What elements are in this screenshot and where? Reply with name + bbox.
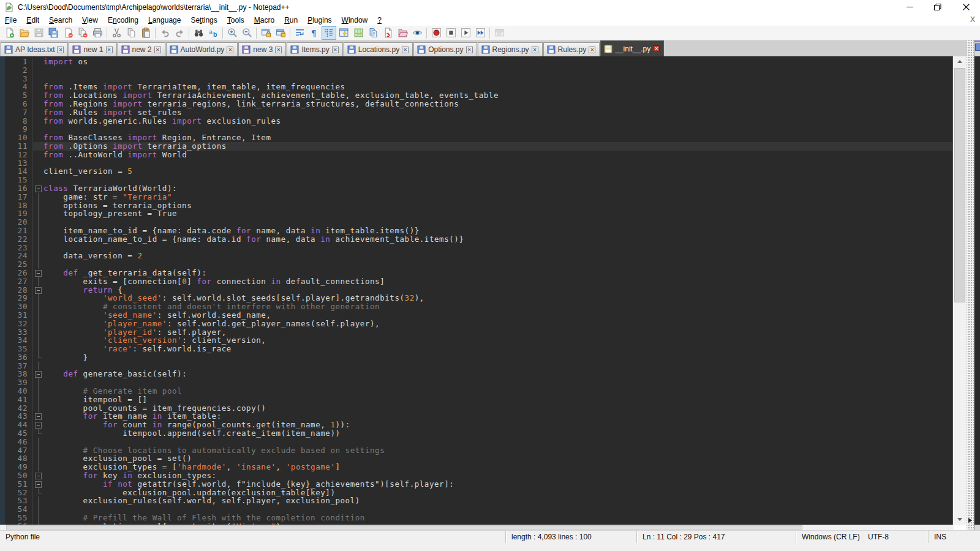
code-text[interactable]: pool_counts = item_frequencies.copy() xyxy=(43,404,952,413)
code-text[interactable] xyxy=(43,260,952,269)
tab-new-1[interactable]: new 1✕ xyxy=(69,42,116,56)
code-text[interactable]: exclusion_types = ['hardmode', 'insane',… xyxy=(43,463,952,471)
code-text[interactable] xyxy=(43,218,952,227)
word-wrap-icon[interactable] xyxy=(292,26,307,40)
menu-item-tools[interactable]: Tools xyxy=(222,15,249,26)
code-text[interactable]: for key in exclusion_types: xyxy=(43,471,952,480)
code-text[interactable]: from .Locations import TerrariaAchieveme… xyxy=(43,91,952,100)
code-text[interactable]: from .Items import TerrariaItem, item_ta… xyxy=(43,83,952,91)
macro-stop-icon[interactable] xyxy=(443,26,458,40)
open-file-icon[interactable] xyxy=(17,26,31,40)
status-insert-mode[interactable]: INS xyxy=(929,531,980,543)
maximize-button[interactable] xyxy=(924,0,952,14)
tab-new-2[interactable]: new 2✕ xyxy=(118,42,165,56)
code-text[interactable]: itempool.append(self.create_item(item_na… xyxy=(43,429,952,438)
paste-icon[interactable] xyxy=(138,26,153,40)
menu-item-settings[interactable]: Settings xyxy=(186,15,222,26)
code-area[interactable]: 1import os234from .Items import Terraria… xyxy=(5,58,952,525)
cut-icon[interactable] xyxy=(109,26,124,40)
sync-horizontal-scroll-icon[interactable] xyxy=(273,26,288,40)
find-icon[interactable] xyxy=(191,26,206,40)
code-text[interactable]: } xyxy=(43,353,952,362)
fold-collapse-icon[interactable] xyxy=(33,480,43,489)
tab-autoworld-py[interactable]: AutoWorld.py✕ xyxy=(166,42,238,56)
menu-item-edit[interactable]: Edit xyxy=(21,15,44,26)
code-text[interactable]: return { xyxy=(43,286,952,294)
tab-close-icon[interactable]: ✕ xyxy=(653,45,660,52)
tab-close-icon[interactable]: ✕ xyxy=(589,47,595,53)
code-text[interactable] xyxy=(43,378,952,387)
close-all-icon[interactable] xyxy=(75,26,90,40)
macro-record-icon[interactable] xyxy=(429,26,443,40)
code-text[interactable]: exclusion_rules(self.world, self.player,… xyxy=(43,497,952,505)
fold-collapse-icon[interactable] xyxy=(33,471,43,480)
menu-item-search[interactable]: Search xyxy=(44,15,77,26)
save-file-icon[interactable] xyxy=(31,26,46,40)
splitter-arrow-icon[interactable] xyxy=(968,518,972,523)
tab-close-icon[interactable]: ✕ xyxy=(57,47,64,53)
menu-item-view[interactable]: View xyxy=(77,15,103,26)
status-encoding[interactable]: UTF-8 xyxy=(862,531,929,543)
code-text[interactable]: for item_name in item_table: xyxy=(43,412,952,421)
vertical-scrollbar[interactable] xyxy=(954,56,966,525)
code-text[interactable]: # Prefill the Wall of Flesh with the com… xyxy=(43,514,952,522)
folder-as-workspace-icon[interactable] xyxy=(395,26,410,40)
code-text[interactable]: class TerrariaWorld(World): xyxy=(43,184,952,193)
tab-ap-ideas-txt[interactable]: AP Ideas.txt✕ xyxy=(1,42,68,56)
undo-icon[interactable] xyxy=(157,26,172,40)
menu-item-plugins[interactable]: Plugins xyxy=(303,15,336,26)
redo-icon[interactable] xyxy=(172,26,187,40)
tab-options-py[interactable]: Options.py✕ xyxy=(413,42,477,56)
minimize-button[interactable] xyxy=(895,0,924,14)
code-text[interactable] xyxy=(43,125,952,133)
code-text[interactable]: from worlds.generic.Rules import exclusi… xyxy=(43,117,952,126)
fold-collapse-icon[interactable] xyxy=(33,412,43,421)
code-text[interactable]: item_name_to_id = {name: data.code for n… xyxy=(43,227,952,235)
code-text[interactable]: client_version = 5 xyxy=(43,167,952,176)
document-list-icon[interactable] xyxy=(366,26,380,40)
menu-item-item[interactable]: ? xyxy=(372,15,386,26)
code-text[interactable]: exclusion_pool.update(exclusion_table[ke… xyxy=(43,489,952,497)
macro-save-icon[interactable] xyxy=(492,26,507,40)
code-text[interactable] xyxy=(43,176,952,184)
code-text[interactable]: def generate_basic(self): xyxy=(43,370,952,378)
menu-item-file[interactable]: File xyxy=(0,15,21,26)
code-text[interactable]: 'seed_name': self.world.seed_name, xyxy=(43,311,952,320)
tab-close-icon[interactable]: ✕ xyxy=(275,47,282,53)
code-text[interactable] xyxy=(43,66,952,75)
tab-close-icon[interactable]: ✕ xyxy=(106,47,113,53)
sync-vertical-scroll-icon[interactable] xyxy=(258,26,273,40)
menu-item-language[interactable]: Language xyxy=(143,15,186,26)
code-text[interactable]: 'world_seed': self.world.slot_seeds[self… xyxy=(43,294,952,302)
vertical-scrollbar-thumb[interactable] xyxy=(954,68,965,302)
scroll-down-icon[interactable] xyxy=(954,514,966,525)
code-text[interactable]: from ..AutoWorld import World xyxy=(43,151,952,159)
status-eol-format[interactable]: Windows (CR LF) xyxy=(796,531,862,543)
macro-play-icon[interactable] xyxy=(458,26,473,40)
zoom-out-icon[interactable] xyxy=(239,26,254,40)
code-text[interactable] xyxy=(43,362,952,370)
code-text[interactable]: # consistent and doesn't interfere with … xyxy=(43,302,952,311)
code-text[interactable]: import os xyxy=(43,58,952,66)
tab-locations-py[interactable]: Locations.py✕ xyxy=(344,42,413,56)
code-text[interactable]: game: str = "Terraria" xyxy=(43,193,952,201)
zoom-in-icon[interactable] xyxy=(225,26,239,40)
code-text[interactable] xyxy=(43,244,952,252)
code-editor[interactable]: 1import os234from .Items import Terraria… xyxy=(0,56,953,525)
horizontal-scrollbar-thumb[interactable] xyxy=(6,525,802,530)
print-icon[interactable] xyxy=(90,26,105,40)
tab-init-py[interactable]: __init__.py✕ xyxy=(600,40,664,56)
code-text[interactable]: exclusion_pool = set() xyxy=(43,454,952,463)
menu-item-macro[interactable]: Macro xyxy=(249,15,279,26)
code-text[interactable]: 'player_id': self.player, xyxy=(43,328,952,337)
code-text[interactable]: if not getattr(self.world, f"include_{ke… xyxy=(43,480,952,489)
tab-new-3[interactable]: new 3✕ xyxy=(238,42,286,56)
fold-collapse-icon[interactable] xyxy=(33,269,43,277)
code-text[interactable]: 'player_name': self.world.get_player_nam… xyxy=(43,320,952,328)
code-text[interactable] xyxy=(43,505,952,514)
menu-item-window[interactable]: Window xyxy=(337,15,373,26)
code-text[interactable]: options = terraria_options xyxy=(43,201,952,210)
code-text[interactable]: topology_present = True xyxy=(43,209,952,218)
save-all-icon[interactable] xyxy=(46,26,61,40)
fold-collapse-icon[interactable] xyxy=(33,184,43,193)
